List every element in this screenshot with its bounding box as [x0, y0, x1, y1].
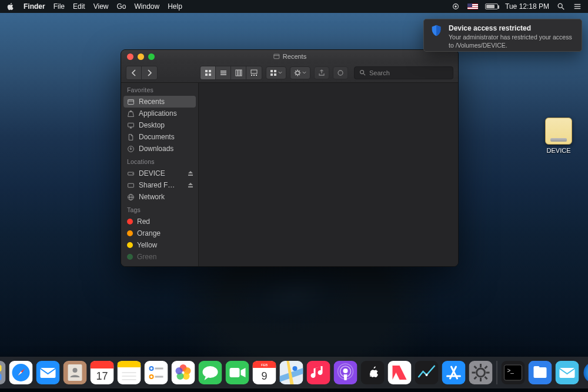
menu-go[interactable]: Go — [117, 2, 126, 11]
notification-banner[interactable]: Device access restricted Your administra… — [423, 19, 582, 52]
svg-rect-54 — [0, 361, 6, 384]
dock-podcasts[interactable] — [333, 360, 358, 385]
svg-rect-26 — [274, 73, 276, 76]
sidebar-item-label: Yellow — [137, 241, 157, 249]
sidebar-item-documents[interactable]: Documents — [121, 131, 198, 143]
dock-tv[interactable]: tv — [360, 360, 385, 385]
eject-icon[interactable] — [188, 182, 193, 188]
eject-icon[interactable] — [188, 170, 193, 176]
dock-contacts[interactable] — [63, 360, 88, 385]
menu-help[interactable]: Help — [168, 2, 182, 11]
desktop-drive[interactable]: DEVICE — [541, 118, 576, 154]
svg-point-130 — [584, 362, 589, 383]
share-button[interactable] — [314, 66, 329, 79]
forward-button[interactable] — [142, 66, 157, 79]
dock-safari[interactable] — [9, 360, 34, 385]
svg-rect-21 — [253, 75, 255, 76]
svg-point-1 — [455, 5, 457, 8]
svg-rect-22 — [256, 75, 257, 76]
sidebar-tag-green[interactable]: Green — [121, 251, 198, 263]
sidebar-item-desktop[interactable]: Desktop — [121, 119, 198, 131]
svg-line-34 — [295, 74, 296, 75]
control-center-icon[interactable] — [573, 2, 582, 11]
sidebar-item-network[interactable]: Network — [121, 191, 198, 203]
sidebar-item-downloads[interactable]: Downloads — [121, 143, 198, 155]
sidebar-item-label: Red — [137, 217, 150, 226]
dock-messages[interactable] — [198, 360, 223, 385]
view-switcher — [200, 66, 262, 80]
dock-notes[interactable] — [117, 360, 142, 385]
zoom-button[interactable] — [148, 53, 155, 60]
dock-maps[interactable] — [279, 360, 304, 385]
sidebar-item-label: Network — [139, 193, 165, 201]
window-title: Recents — [283, 53, 306, 60]
dock-launchpad[interactable] — [0, 360, 6, 385]
sidebar-tag-orange[interactable]: Orange — [121, 227, 198, 239]
sidebar-item-recents[interactable]: Recents — [123, 96, 196, 108]
svg-point-100 — [343, 368, 348, 373]
dock-stocks[interactable] — [415, 360, 439, 385]
sidebar-tag-yellow[interactable]: Yellow — [121, 239, 198, 251]
battery-icon[interactable] — [485, 4, 498, 9]
minimize-button[interactable] — [138, 53, 144, 60]
svg-rect-12 — [209, 73, 211, 76]
dock-reminders[interactable] — [144, 360, 169, 385]
svg-point-37 — [360, 71, 364, 74]
svg-rect-56 — [0, 365, 2, 371]
dock-files[interactable] — [528, 360, 553, 385]
dock-facetime[interactable] — [225, 360, 250, 385]
apple-icon[interactable] — [6, 2, 15, 11]
input-flag-icon[interactable] — [467, 4, 478, 9]
spotlight-icon[interactable] — [556, 2, 566, 11]
menubar: Finder File Edit View Go Window Help Tue… — [0, 0, 588, 13]
column-view-button[interactable] — [231, 66, 246, 79]
svg-text:FEB: FEB — [261, 363, 268, 367]
svg-text:17: 17 — [96, 370, 108, 382]
dock-photos[interactable] — [171, 360, 196, 385]
dock-downloads[interactable] — [582, 360, 589, 385]
sidebar-tag-red[interactable]: Red — [121, 216, 198, 227]
action-button[interactable] — [290, 66, 310, 79]
menu-edit[interactable]: Edit — [73, 2, 85, 11]
dock-terminal[interactable]: >_ — [501, 360, 526, 385]
arrange-button[interactable] — [266, 66, 286, 79]
dock-calendar[interactable]: 17 — [90, 360, 115, 385]
menubar-clock[interactable]: Tue 12:18 PM — [505, 2, 549, 11]
sidebar-item-label: Documents — [139, 133, 175, 141]
dock-news[interactable] — [387, 360, 412, 385]
desktop-drive-label: DEVICE — [541, 147, 576, 154]
dock-preferences[interactable] — [469, 360, 493, 385]
svg-point-65 — [73, 368, 78, 373]
notification-body: Your administrator has restricted your a… — [449, 33, 576, 49]
menubar-app[interactable]: Finder — [24, 2, 45, 11]
search-field[interactable]: Search — [354, 66, 453, 79]
svg-point-88 — [203, 366, 218, 378]
icon-view-button[interactable] — [201, 66, 216, 79]
menu-view[interactable]: View — [93, 2, 109, 11]
dock-appstore[interactable] — [442, 360, 466, 385]
dock-mail2[interactable] — [555, 360, 580, 385]
dock-music[interactable] — [306, 360, 331, 385]
jamf-icon[interactable] — [451, 2, 460, 11]
dock-calendar-date[interactable]: FEB9 — [252, 360, 277, 385]
svg-point-97 — [293, 366, 298, 371]
sidebar-item-applications[interactable]: Applications — [121, 108, 198, 119]
finder-content[interactable] — [199, 83, 458, 266]
back-button[interactable] — [126, 66, 142, 79]
recents-title-icon — [273, 53, 280, 60]
svg-rect-16 — [236, 70, 238, 76]
menu-file[interactable]: File — [54, 2, 65, 11]
tags-button[interactable] — [333, 66, 348, 79]
gallery-view-button[interactable] — [246, 66, 262, 79]
window-titlebar[interactable]: Recents — [121, 50, 458, 63]
svg-point-27 — [296, 71, 299, 74]
list-view-button[interactable] — [216, 66, 231, 79]
svg-rect-19 — [251, 70, 257, 73]
sidebar-item-device[interactable]: DEVICE — [121, 167, 198, 179]
sidebar-item-shared[interactable]: Shared F… — [121, 179, 198, 191]
close-button[interactable] — [127, 53, 133, 60]
dock-mail[interactable] — [36, 360, 61, 385]
svg-line-35 — [299, 71, 300, 71]
svg-rect-76 — [145, 361, 168, 384]
menu-window[interactable]: Window — [135, 2, 160, 11]
